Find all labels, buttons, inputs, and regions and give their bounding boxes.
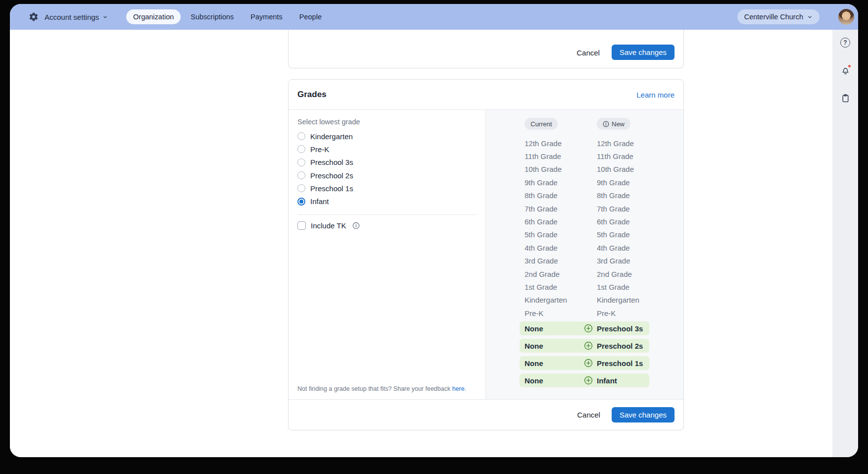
grade-new: 2nd Grade bbox=[597, 270, 683, 278]
cancel-button[interactable]: Cancel bbox=[576, 46, 601, 60]
radio-option-pre-k[interactable]: Pre-K bbox=[297, 143, 477, 156]
tab-subscriptions[interactable]: Subscriptions bbox=[184, 9, 241, 24]
added-grade-row-preschool-2s: NonePreschool 2s bbox=[520, 339, 649, 353]
divider bbox=[297, 214, 477, 215]
radio-option-infant[interactable]: Infant bbox=[297, 195, 477, 208]
grade-current: Pre-K bbox=[525, 309, 597, 317]
grades-card-body: Select lowest grade KindergartenPre-KPre… bbox=[289, 110, 683, 399]
settings-column: Cancel Save changes Grades Learn more Se… bbox=[288, 30, 684, 430]
grade-current: 2nd Grade bbox=[525, 270, 597, 278]
cancel-button[interactable]: Cancel bbox=[576, 408, 601, 422]
save-changes-button[interactable]: Save changes bbox=[612, 407, 675, 422]
account-settings-menu[interactable]: Account settings bbox=[45, 13, 108, 21]
help-icon[interactable]: ? bbox=[836, 34, 854, 52]
grade-new: 7th Grade bbox=[597, 205, 683, 213]
tab-people[interactable]: People bbox=[292, 9, 329, 24]
grade-current: 11th Grade bbox=[525, 152, 597, 160]
save-changes-button[interactable]: Save changes bbox=[612, 45, 675, 60]
grade-current: 6th Grade bbox=[525, 217, 597, 226]
grade-new: 6th Grade bbox=[597, 217, 683, 226]
grade-row: Pre-KPre-K bbox=[520, 307, 683, 319]
radio-button[interactable] bbox=[297, 145, 305, 153]
grade-new: Infant bbox=[597, 376, 649, 385]
add-grade-icon bbox=[584, 324, 593, 333]
grade-row: 10th Grade10th Grade bbox=[520, 163, 683, 176]
radio-button[interactable] bbox=[297, 132, 305, 140]
grade-current: None bbox=[525, 359, 543, 368]
added-row-left: None bbox=[525, 376, 597, 385]
grade-new: Preschool 2s bbox=[597, 342, 649, 350]
grade-current: None bbox=[525, 342, 543, 350]
info-icon[interactable] bbox=[603, 121, 609, 127]
chevron-down-icon bbox=[807, 14, 813, 20]
include-tk-checkbox[interactable] bbox=[297, 221, 306, 230]
grade-radio-group: KindergartenPre-KPreschool 3sPreschool 2… bbox=[297, 130, 477, 208]
grade-new: 10th Grade bbox=[597, 165, 683, 173]
grade-new: 3rd Grade bbox=[597, 257, 683, 265]
topbar-left: Account settings Organization Subscripti… bbox=[29, 9, 329, 24]
grade-row: 4th Grade4th Grade bbox=[520, 241, 683, 254]
added-grades-list: NonePreschool 3sNonePreschool 2sNonePres… bbox=[520, 321, 683, 387]
added-grade-row-preschool-1s: NonePreschool 1s bbox=[520, 356, 649, 370]
tab-payments[interactable]: Payments bbox=[243, 9, 289, 24]
radio-label: Infant bbox=[310, 197, 329, 206]
radio-option-preschool-1s[interactable]: Preschool 1s bbox=[297, 182, 477, 195]
grade-new: 5th Grade bbox=[597, 230, 683, 239]
grade-new: Kindergarten bbox=[597, 296, 683, 304]
learn-more-link[interactable]: Learn more bbox=[636, 91, 675, 99]
chevron-down-icon bbox=[102, 14, 108, 20]
grade-current: None bbox=[525, 376, 543, 385]
radio-button[interactable] bbox=[297, 171, 305, 179]
grades-card: Grades Learn more Select lowest grade Ki… bbox=[288, 79, 684, 430]
grade-new: 11th Grade bbox=[597, 152, 683, 160]
notification-dot bbox=[847, 64, 852, 68]
radio-option-preschool-2s[interactable]: Preschool 2s bbox=[297, 169, 477, 182]
account-settings-label: Account settings bbox=[45, 13, 99, 21]
avatar[interactable] bbox=[838, 9, 854, 25]
radio-label: Preschool 2s bbox=[310, 171, 353, 180]
radio-label: Preschool 3s bbox=[310, 158, 353, 166]
notifications-icon[interactable] bbox=[836, 61, 854, 79]
grade-row: 6th Grade6th Grade bbox=[520, 215, 683, 228]
topbar-right: Centerville Church bbox=[737, 9, 854, 25]
new-badge-label: New bbox=[612, 120, 625, 128]
include-tk-label: Include TK bbox=[311, 221, 346, 230]
info-icon[interactable] bbox=[352, 222, 360, 229]
tasks-icon[interactable] bbox=[836, 89, 854, 107]
grade-new: Preschool 3s bbox=[597, 324, 649, 333]
window-body: Cancel Save changes Grades Learn more Se… bbox=[10, 30, 858, 457]
added-row-left: None bbox=[525, 359, 597, 368]
radio-button[interactable] bbox=[297, 158, 305, 166]
added-grade-row-preschool-3s: NonePreschool 3s bbox=[520, 321, 649, 335]
radio-button[interactable] bbox=[297, 198, 305, 206]
main-content: Cancel Save changes Grades Learn more Se… bbox=[10, 30, 832, 457]
grade-row: 11th Grade11th Grade bbox=[520, 150, 683, 162]
feedback-text: Not finding a grade setup that fits? Sha… bbox=[297, 385, 477, 392]
grade-row: 9th Grade9th Grade bbox=[520, 176, 683, 189]
radio-option-kindergarten[interactable]: Kindergarten bbox=[297, 130, 477, 143]
select-lowest-grade-label: Select lowest grade bbox=[297, 118, 477, 126]
radio-label: Preschool 1s bbox=[310, 184, 353, 193]
grade-new: Preschool 1s bbox=[597, 359, 649, 368]
added-row-left: None bbox=[525, 324, 597, 333]
radio-label: Pre-K bbox=[310, 145, 329, 154]
add-grade-icon bbox=[584, 359, 593, 368]
org-switcher[interactable]: Centerville Church bbox=[737, 9, 820, 24]
tab-organization[interactable]: Organization bbox=[126, 9, 181, 24]
feedback-here-link[interactable]: here bbox=[452, 385, 465, 392]
gear-icon bbox=[29, 12, 39, 22]
radio-button[interactable] bbox=[297, 184, 305, 192]
org-switcher-label: Centerville Church bbox=[744, 13, 803, 21]
grade-row: KindergartenKindergarten bbox=[520, 294, 683, 307]
feedback-text-end: . bbox=[465, 385, 466, 392]
radio-option-preschool-3s[interactable]: Preschool 3s bbox=[297, 156, 477, 169]
grade-new: 8th Grade bbox=[597, 191, 683, 200]
grades-card-footer: Cancel Save changes bbox=[289, 399, 683, 430]
add-grade-icon bbox=[584, 376, 593, 385]
grade-row: 8th Grade8th Grade bbox=[520, 189, 683, 202]
radio-label: Kindergarten bbox=[310, 132, 353, 141]
grade-current: 5th Grade bbox=[525, 230, 597, 239]
include-tk-row[interactable]: Include TK bbox=[297, 221, 477, 230]
grade-preview-panel: Current New 12th Grade12th Grade11th Gra… bbox=[486, 110, 683, 399]
added-row-left: None bbox=[525, 341, 597, 350]
